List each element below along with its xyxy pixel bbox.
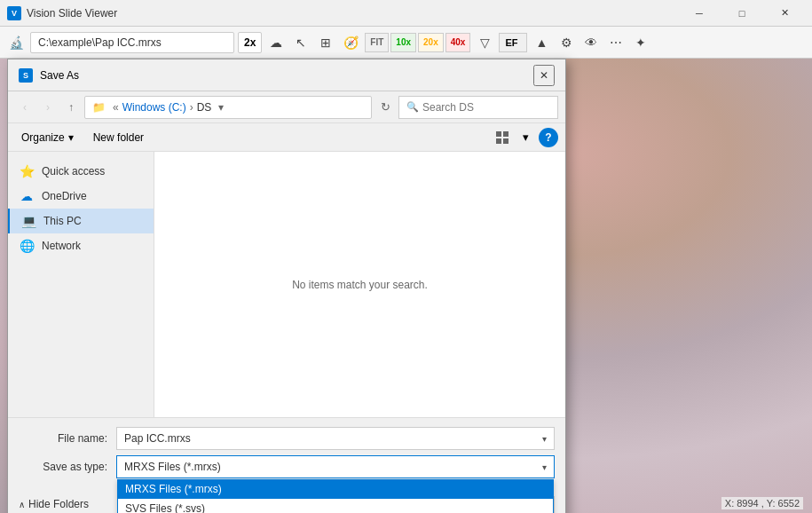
- dropdown-option-svs[interactable]: SVS Files (*.svs): [118, 499, 553, 513]
- file-area: No items match your search.: [154, 152, 565, 417]
- view-dropdown-btn[interactable]: ▾: [516, 128, 535, 147]
- savetype-value: MRXS Files (*.mrxs): [124, 461, 539, 473]
- dropdown-option-mrxs[interactable]: MRXS Files (*.mrxs): [118, 479, 553, 499]
- svg-rect-0: [496, 131, 501, 137]
- up-button[interactable]: ↑: [61, 98, 81, 117]
- hide-folders-button[interactable]: ∧ Hide Folders: [19, 498, 89, 510]
- sidebar-item-onedrive[interactable]: ☁ OneDrive: [8, 184, 154, 209]
- nav-bar: ‹ › ↑ 📁 « Windows (C:) › DS ▾ ↻ 🔍: [8, 91, 565, 123]
- filename-dropdown-arrow: ▾: [539, 434, 547, 444]
- organize-button[interactable]: Organize ▾: [15, 129, 80, 146]
- savetype-row: Save as type: MRXS Files (*.mrxs) ▾ MRXS…: [19, 455, 555, 478]
- savetype-dropdown-arrow: ▾: [539, 462, 547, 472]
- dialog-icon: S: [19, 68, 33, 83]
- search-box[interactable]: 🔍: [398, 96, 558, 119]
- onedrive-label: OneDrive: [42, 190, 87, 202]
- filename-label: File name:: [19, 432, 116, 445]
- savetype-select[interactable]: MRXS Files (*.mrxs) ▾ MRXS Files (*.mrxs…: [116, 455, 555, 478]
- dialog-overlay: S Save As ✕ ‹ › ↑ 📁 « Windows (C:) › DS …: [0, 0, 812, 513]
- breadcrumb-root[interactable]: Windows (C:): [122, 101, 186, 114]
- hide-folders-label: Hide Folders: [28, 498, 89, 510]
- breadcrumb-dropdown-btn[interactable]: ▾: [211, 98, 231, 117]
- save-as-dialog: S Save As ✕ ‹ › ↑ 📁 « Windows (C:) › DS …: [7, 59, 566, 513]
- savetype-dropdown-list: MRXS Files (*.mrxs) SVS Files (*.svs) TI…: [117, 479, 554, 513]
- dialog-title-bar: S Save As ✕: [8, 59, 565, 91]
- this-pc-label: This PC: [43, 215, 82, 227]
- breadcrumb-sep2: ›: [190, 101, 193, 114]
- network-icon: 🌐: [19, 238, 35, 254]
- breadcrumb-current: DS: [197, 101, 212, 114]
- new-folder-button[interactable]: New folder: [87, 129, 150, 146]
- savetype-label: Save as type:: [19, 461, 116, 473]
- svg-rect-3: [503, 138, 508, 144]
- help-button[interactable]: ?: [539, 128, 558, 147]
- folder-icon: 📁: [92, 101, 106, 114]
- sidebar: ⭐ Quick access ☁ OneDrive 💻 This PC 🌐 Ne…: [8, 152, 154, 417]
- sidebar-item-network[interactable]: 🌐 Network: [8, 233, 154, 258]
- this-pc-icon: 💻: [20, 213, 36, 229]
- sidebar-item-quick-access[interactable]: ⭐ Quick access: [8, 159, 154, 184]
- back-button[interactable]: ‹: [15, 98, 35, 117]
- view-icon: [495, 130, 509, 145]
- dialog-content: ⭐ Quick access ☁ OneDrive 💻 This PC 🌐 Ne…: [8, 152, 565, 418]
- dialog-toolbar: Organize ▾ New folder ▾ ?: [8, 123, 565, 152]
- filename-row: File name: Pap ICC.mrxs ▾: [19, 427, 555, 450]
- hide-folders-chevron: ∧: [19, 500, 25, 509]
- breadcrumb[interactable]: 📁 « Windows (C:) › DS ▾: [84, 96, 372, 119]
- sidebar-item-this-pc[interactable]: 💻 This PC: [8, 209, 154, 233]
- onedrive-icon: ☁: [19, 188, 35, 204]
- quick-access-icon: ⭐: [19, 163, 35, 179]
- empty-message: No items match your search.: [292, 279, 428, 291]
- organize-chevron: ▾: [68, 131, 74, 144]
- dialog-title: Save As: [40, 69, 533, 82]
- search-icon: 🔍: [406, 101, 419, 113]
- search-input[interactable]: [422, 101, 550, 114]
- dialog-bottom: File name: Pap ICC.mrxs ▾ Save as type: …: [8, 418, 565, 513]
- quick-access-label: Quick access: [42, 165, 105, 178]
- svg-rect-1: [503, 131, 508, 137]
- filename-input[interactable]: Pap ICC.mrxs ▾: [116, 427, 555, 450]
- view-button[interactable]: [493, 128, 512, 147]
- filename-value: Pap ICC.mrxs: [124, 432, 539, 445]
- forward-button[interactable]: ›: [38, 98, 58, 117]
- toolbar-right: ▾ ?: [493, 128, 558, 147]
- network-label: Network: [42, 240, 81, 252]
- svg-rect-2: [496, 138, 501, 144]
- dialog-close-button[interactable]: ✕: [533, 65, 555, 86]
- refresh-button[interactable]: ↻: [375, 98, 395, 117]
- organize-label: Organize: [21, 131, 65, 144]
- breadcrumb-sep1: «: [113, 101, 119, 114]
